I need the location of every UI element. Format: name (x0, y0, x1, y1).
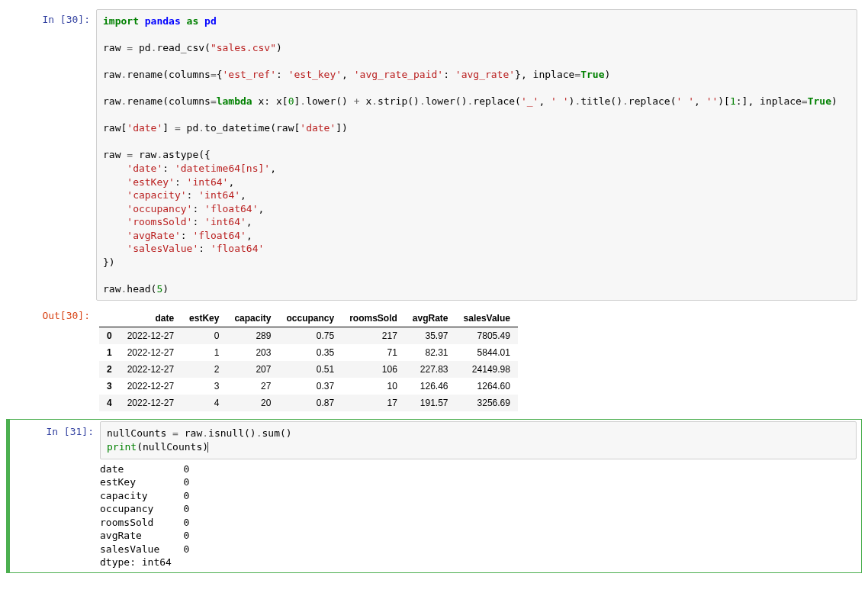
df-cell: 0.75 (278, 327, 342, 345)
df-cell: 24149.98 (456, 361, 518, 378)
df-cell: 2022-12-27 (120, 327, 182, 345)
df-cell: 191.57 (405, 395, 456, 411)
df-cell: 17 (342, 395, 405, 411)
code-editor[interactable]: import pandas as pd raw = pd.read_csv("s… (103, 14, 850, 295)
df-cell: 4 (182, 395, 227, 411)
df-cell: 207 (227, 361, 278, 378)
df-index-header (99, 310, 120, 327)
table-row: 32022-12-273270.3710126.461264.60 (99, 378, 518, 395)
df-row-index: 4 (99, 395, 120, 411)
in-prompt: In [31]: (10, 421, 100, 570)
df-row-index: 0 (99, 327, 120, 345)
df-cell: 1264.60 (456, 378, 518, 395)
code-cell-30[interactable]: In [30]: import pandas as pd raw = pd.re… (6, 8, 862, 302)
table-row: 02022-12-2702890.7521735.977805.49 (99, 327, 518, 345)
df-cell: 2022-12-27 (120, 344, 182, 361)
df-cell: 5844.01 (456, 344, 518, 361)
df-cell: 3 (182, 378, 227, 395)
code-input-area[interactable]: nullCounts = raw.isnull().sum() print(nu… (100, 421, 857, 459)
table-row: 12022-12-2712030.357182.315844.01 (99, 344, 518, 361)
df-cell: 1 (182, 344, 227, 361)
df-col-header: estKey (182, 310, 227, 327)
code-editor[interactable]: nullCounts = raw.isnull().sum() print(nu… (107, 427, 850, 453)
df-cell: 0.87 (278, 395, 342, 411)
df-row-index: 1 (99, 344, 120, 361)
df-cell: 106 (342, 361, 405, 378)
df-cell: 0.51 (278, 361, 342, 378)
df-cell: 0.37 (278, 378, 342, 395)
df-cell: 227.83 (405, 361, 456, 378)
df-cell: 0 (182, 327, 227, 345)
df-cell: 27 (227, 378, 278, 395)
df-cell: 2022-12-27 (120, 361, 182, 378)
in-prompt: In [30]: (6, 9, 96, 301)
df-cell: 10 (342, 378, 405, 395)
df-col-header: capacity (227, 310, 278, 327)
out-prompt: Out[30]: (6, 305, 96, 416)
dataframe-output: dateestKeycapacityoccupancyroomsSoldavgR… (99, 310, 518, 411)
df-col-header: avgRate (405, 310, 456, 327)
table-row: 22022-12-2722070.51106227.8324149.98 (99, 361, 518, 378)
df-col-header: roomsSold (342, 310, 405, 327)
output-cell-30: Out[30]: dateestKeycapacityoccupancyroom… (6, 304, 862, 417)
df-cell: 35.97 (405, 327, 456, 345)
df-cell: 2 (182, 361, 227, 378)
df-cell: 289 (227, 327, 278, 345)
code-cell-31-selected[interactable]: In [31]: nullCounts = raw.isnull().sum()… (6, 419, 862, 572)
df-cell: 2022-12-27 (120, 395, 182, 411)
df-row-index: 3 (99, 378, 120, 395)
df-row-index: 2 (99, 361, 120, 378)
df-col-header: salesValue (456, 310, 518, 327)
df-cell: 126.46 (405, 378, 456, 395)
df-cell: 82.31 (405, 344, 456, 361)
df-col-header: occupancy (278, 310, 342, 327)
df-cell: 0.35 (278, 344, 342, 361)
df-cell: 203 (227, 344, 278, 361)
code-input-area[interactable]: import pandas as pd raw = pd.read_csv("s… (96, 9, 857, 301)
df-cell: 20 (227, 395, 278, 411)
df-col-header: date (120, 310, 182, 327)
df-cell: 217 (342, 327, 405, 345)
df-cell: 2022-12-27 (120, 378, 182, 395)
stdout-output: date 0 estKey 0 capacity 0 occupancy 0 r… (100, 459, 857, 571)
df-cell: 3256.69 (456, 395, 518, 411)
df-cell: 7805.49 (456, 327, 518, 345)
table-row: 42022-12-274200.8717191.573256.69 (99, 395, 518, 411)
df-cell: 71 (342, 344, 405, 361)
